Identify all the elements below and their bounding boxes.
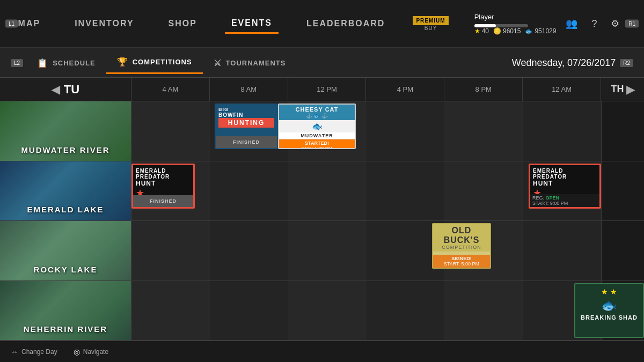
calendar-area: ◀ TU 4 AM 8 AM 12 PM 4 PM 8 PM 12 AM TH …: [0, 78, 644, 341]
time-12am: 12 AM: [523, 78, 601, 101]
cheesy-mudwater: MUDWATER: [279, 132, 355, 139]
sub-tabs: 📋 SCHEDULE 🏆 COMPETITIONS ⚔ TOURNAMENTS: [26, 51, 296, 74]
rcol3: [288, 221, 367, 280]
bowfin-status: FINISHED: [216, 136, 277, 148]
star-stat: ★ 40: [474, 27, 489, 35]
star-icon: ★: [474, 27, 480, 35]
time-header-row: ◀ TU 4 AM 8 AM 12 PM 4 PM 8 PM 12 AM TH …: [0, 78, 644, 101]
coin-count: 96015: [503, 27, 521, 35]
mudwater-row: MUDWATER RIVER BIG BOWFIN HUNTING FINISH…: [0, 101, 644, 161]
oldbucks-start: START: 5:00 PM: [434, 261, 489, 267]
rcol6: [523, 221, 601, 280]
emerald-cell: EMERALD LAKE: [0, 161, 131, 221]
mudwater-name: MUDWATER RIVER: [0, 145, 131, 154]
bowfin-event[interactable]: BIG BOWFIN HUNTING FINISHED: [215, 104, 278, 149]
player-info: Player ★ 40 🪙 96015 🐟 951029: [474, 13, 557, 35]
player-name: Player: [474, 13, 494, 21]
navigate-icon: ◎: [74, 348, 80, 356]
bowfin-line3: HUNTING: [218, 118, 274, 128]
ncol1: [131, 281, 210, 341]
prev-day-button[interactable]: ◀: [52, 83, 60, 96]
th-spacer3: [601, 221, 644, 280]
tab-competitions[interactable]: 🏆 COMPETITIONS: [106, 51, 203, 74]
settings-button[interactable]: ⚙: [606, 16, 624, 32]
th-spacer1: [601, 101, 644, 161]
bottom-hints-bar: ↔ Change Day ◎ Navigate: [0, 341, 644, 362]
oldbucks-l2: BUCK'S: [435, 235, 488, 245]
star-count: 40: [482, 27, 489, 35]
next-day-th[interactable]: TH ▶: [601, 78, 644, 101]
neherrin-row: NEHERRIN RIVER ★ ★ 🐟 BR: [0, 281, 644, 341]
star2-icon: ★: [610, 287, 617, 296]
ecol3: [288, 161, 367, 221]
nav-inventory[interactable]: INVENTORY: [68, 14, 140, 33]
ncol2: [210, 281, 288, 341]
emerald-right-event[interactable]: EMERALD PREDATOR HUNT ★ REG: OPEN START:…: [529, 164, 601, 209]
next-day-arrow: ▶: [626, 83, 634, 96]
emerald-row: EMERALD LAKE EMERALD PREDATOR HUNT ★: [0, 161, 644, 221]
buy-text: BUY: [425, 25, 437, 31]
emerald-left-status: FINISHED: [133, 195, 193, 207]
change-day-icon: ↔: [11, 348, 18, 356]
competitions-icon: 🏆: [117, 57, 128, 67]
oldbucks-status: SIGNED!: [434, 256, 489, 261]
navigate-hint: ◎ Navigate: [74, 348, 108, 356]
competitions-label: COMPETITIONS: [133, 58, 192, 66]
col5: [444, 101, 523, 161]
neherrin-cell: NEHERRIN RIVER: [0, 281, 131, 341]
star1-icon: ★: [601, 287, 608, 296]
tab-schedule[interactable]: 📋 SCHEDULE: [26, 53, 106, 73]
oldbucks-l3: COMPETITION: [435, 245, 488, 250]
location-rows: MUDWATER RIVER BIG BOWFIN HUNTING FINISH…: [0, 101, 644, 341]
breakingshad-event[interactable]: ★ ★ 🐟 BREAKING SHAD: [574, 283, 644, 338]
emerald-left-event[interactable]: EMERALD PREDATOR HUNT ★ FINISHED: [131, 164, 195, 209]
fish-coin-count: 951029: [535, 27, 556, 35]
sub-navigation: L2 📋 SCHEDULE 🏆 COMPETITIONS ⚔ TOURNAMEN…: [0, 48, 644, 78]
emerald-timeline: EMERALD PREDATOR HUNT ★ FINISHED EMERALD…: [131, 161, 644, 221]
schedule-label: SCHEDULE: [53, 59, 96, 67]
tab-tournaments[interactable]: ⚔ TOURNAMENTS: [203, 53, 297, 73]
cheesy-event[interactable]: CHEESY CAT ⚓ 🐟 ⚓ 🐟 MUDWATER STARTED! END…: [278, 104, 356, 149]
friends-button[interactable]: 👥: [561, 16, 582, 32]
navigate-label: Navigate: [83, 348, 108, 356]
coin-stat: 🪙 96015: [493, 27, 521, 35]
fish-coin-icon: 🐟: [525, 27, 533, 35]
time-labels: 4 AM 8 AM 12 PM 4 PM 8 PM 12 AM: [131, 78, 601, 101]
ncol4: [366, 281, 444, 341]
time-8pm: 8 PM: [444, 78, 523, 101]
r2-badge: R2: [620, 59, 633, 67]
change-day-hint: ↔ Change Day: [11, 348, 57, 356]
breakingshad-fish-icon: 🐟: [601, 298, 617, 313]
rocky-cell: ROCKY LAKE: [0, 221, 131, 280]
cheesy-end: END: 1:00 PM: [281, 146, 353, 149]
oldbucks-event[interactable]: OLD BUCK'S COMPETITION SIGNED! START: 5:…: [432, 223, 491, 269]
oldbucks-l1: OLD: [435, 226, 488, 235]
nav-events[interactable]: EVENTS: [225, 14, 279, 34]
schedule-icon: 📋: [37, 58, 48, 68]
time-4pm: 4 PM: [366, 78, 444, 101]
nav-items: MAP INVENTORY SHOP EVENTS LEADERBOARD PR…: [0, 13, 644, 35]
r1-badge: R1: [625, 20, 639, 28]
nav-leaderboard[interactable]: LEADERBOARD: [300, 14, 391, 33]
l2-badge: L2: [11, 59, 23, 67]
bowfin-line1: BIG: [218, 107, 274, 112]
help-button[interactable]: ?: [587, 16, 601, 32]
ecol2: [210, 161, 288, 221]
premium-section[interactable]: PREMIUM BUY: [413, 16, 448, 31]
player-stats: ★ 40 🪙 96015 🐟 951029: [474, 27, 557, 35]
current-date: Wednesday, 07/26/2017: [512, 57, 616, 69]
tournaments-icon: ⚔: [214, 58, 222, 68]
next-day-label: TH: [611, 84, 624, 95]
rocky-name: ROCKY LAKE: [0, 265, 131, 274]
time-12pm: 12 PM: [288, 78, 367, 101]
nav-shop[interactable]: SHOP: [162, 14, 203, 33]
breakingshad-stars: ★ ★: [601, 287, 617, 296]
ncol3: [288, 281, 367, 341]
l1-badge: L1: [5, 20, 18, 28]
mudwater-cell: MUDWATER RIVER: [0, 101, 131, 161]
change-day-label: Change Day: [21, 348, 57, 356]
current-day-tu: TU: [64, 83, 79, 97]
cheesy-anchor-icons: ⚓ 🐟 ⚓: [282, 113, 352, 119]
ncol5: [444, 281, 523, 341]
player-section: Player ★ 40 🪙 96015 🐟 951029: [474, 13, 633, 35]
